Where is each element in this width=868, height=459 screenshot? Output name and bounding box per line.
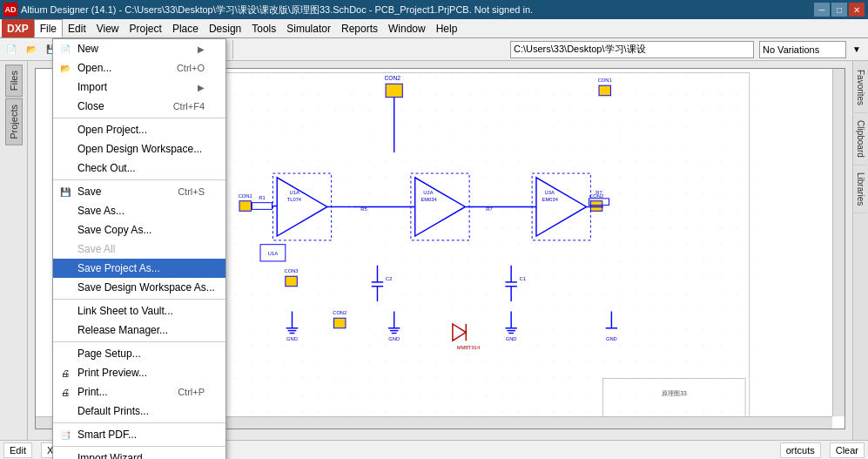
save-copy-icon <box>58 223 72 237</box>
svg-text:CON1: CON1 <box>239 193 252 199</box>
svg-text:GND: GND <box>388 336 400 341</box>
svg-text:GND: GND <box>286 336 298 341</box>
sep4 <box>53 341 225 342</box>
svg-rect-72 <box>599 85 610 96</box>
tb-open[interactable]: 📂 <box>22 40 41 59</box>
svg-rect-27 <box>334 318 346 328</box>
menu-place[interactable]: Place <box>167 19 204 37</box>
menu-view[interactable]: View <box>91 19 124 37</box>
clear-display: Clear <box>830 442 865 458</box>
menu-save-workspace-as[interactable]: Save Design Workspace As... <box>53 278 225 297</box>
svg-text:GND: GND <box>606 336 617 341</box>
menu-save-project-as[interactable]: Save Project As... <box>53 259 225 278</box>
menu-smart-pdf[interactable]: 📑 Smart PDF... <box>53 425 225 444</box>
menu-print-preview[interactable]: 🖨 Print Preview... <box>53 363 225 382</box>
svg-text:U1A: U1A <box>290 190 299 195</box>
save-icon: 💾 <box>58 185 72 199</box>
smart-pdf-icon: 📑 <box>58 428 72 442</box>
release-icon <box>58 323 72 337</box>
menu-default-prints[interactable]: Default Prints... <box>53 402 225 421</box>
print-preview-icon: 🖨 <box>58 366 72 380</box>
svg-text:U1A: U1A <box>268 251 278 256</box>
tb-new[interactable]: 📄 <box>2 40 21 59</box>
close-doc-icon <box>58 99 72 113</box>
menu-save-as[interactable]: Save As... <box>53 201 225 220</box>
save-as-icon <box>58 204 72 218</box>
menu-release-mgr[interactable]: Release Manager... <box>53 321 225 340</box>
menu-open-workspace[interactable]: Open Design Workspace... <box>53 139 225 159</box>
sidebar-tab-projects[interactable]: Projects <box>5 98 23 145</box>
svg-rect-23 <box>286 276 297 287</box>
file-dropdown-menu: 📄 New ▶ 📂 Open... Ctrl+O Import ▶ Close … <box>52 38 226 459</box>
tb-variations-btn[interactable]: ▼ <box>847 40 866 59</box>
menu-open[interactable]: 📂 Open... Ctrl+O <box>53 58 225 78</box>
menu-close[interactable]: Close Ctrl+F4 <box>53 97 225 116</box>
svg-rect-21 <box>239 201 251 212</box>
save-project-icon <box>58 261 72 275</box>
svg-text:CON3: CON3 <box>285 268 299 273</box>
new-icon: 📄 <box>58 42 72 56</box>
right-tab-clipboard[interactable]: Clipboard <box>854 113 867 165</box>
wizard-icon <box>58 451 72 459</box>
scroll-right[interactable] <box>832 69 844 416</box>
right-tab-libraries[interactable]: Libraries <box>854 165 867 213</box>
svg-rect-25 <box>590 201 602 212</box>
svg-text:R1: R1 <box>259 195 265 200</box>
ortcuts-display: ortcuts <box>780 442 821 458</box>
close-button[interactable]: ✕ <box>849 3 865 17</box>
sep2 <box>53 179 225 180</box>
svg-text:GND: GND <box>506 336 517 341</box>
menu-page-setup[interactable]: Page Setup... <box>53 344 225 363</box>
import-arrow-icon: ▶ <box>198 83 205 92</box>
menu-checkout[interactable]: Check Out... <box>53 159 225 178</box>
sep3 <box>53 299 225 300</box>
left-sidebar: Files Projects <box>0 61 28 440</box>
menu-import-wizard[interactable]: Import Wizard <box>53 449 225 459</box>
menu-tools[interactable]: Tools <box>246 19 281 37</box>
checkout-icon <box>58 161 72 175</box>
right-tab-favorites[interactable]: Favorites <box>854 63 867 113</box>
save-all-icon <box>58 242 72 256</box>
menu-project[interactable]: Project <box>124 19 167 37</box>
open-workspace-icon <box>58 142 72 156</box>
menu-window[interactable]: Window <box>383 19 431 37</box>
svg-text:EM034: EM034 <box>421 197 437 202</box>
app-icon: AD <box>3 3 17 17</box>
open-icon: 📂 <box>58 61 72 75</box>
path-display: C:\Users\33\Desktop\学习\课设 <box>510 41 754 58</box>
menu-design[interactable]: Design <box>204 19 246 37</box>
page-setup-icon <box>58 347 72 361</box>
menu-file[interactable]: File <box>34 19 63 37</box>
svg-text:CON2: CON2 <box>333 310 347 315</box>
menu-import[interactable]: Import ▶ <box>53 78 225 97</box>
maximize-button[interactable]: □ <box>831 3 847 17</box>
menu-simulator[interactable]: Simulator <box>281 19 336 37</box>
title-bar-title: Altium Designer (14.1) - C:\Users\33\Des… <box>21 3 814 17</box>
menu-bar: DXP File Edit View Project Place Design … <box>0 19 868 38</box>
arrow-icon: ▶ <box>198 44 205 54</box>
menu-save-copy-as[interactable]: Save Copy As... <box>53 220 225 240</box>
svg-text:CON1: CON1 <box>598 78 612 83</box>
sep6 <box>53 446 225 447</box>
menu-link-vault[interactable]: Link Sheet to Vault... <box>53 301 225 321</box>
open-project-icon <box>58 123 72 137</box>
menu-edit[interactable]: Edit <box>63 19 91 37</box>
svg-text:C1: C1 <box>520 276 526 281</box>
minimize-button[interactable]: ─ <box>814 3 830 17</box>
menu-save-all: Save All <box>53 240 225 259</box>
window-controls: ─ □ ✕ <box>814 3 865 17</box>
default-prints-icon <box>58 404 72 418</box>
title-bar: AD Altium Designer (14.1) - C:\Users\33\… <box>0 0 868 19</box>
svg-text:U3A: U3A <box>545 190 555 195</box>
menu-open-project[interactable]: Open Project... <box>53 120 225 139</box>
menu-save[interactable]: 💾 Save Ctrl+S <box>53 182 225 201</box>
menu-new[interactable]: 📄 New ▶ <box>53 39 225 58</box>
menu-dxp[interactable]: DXP <box>2 19 34 37</box>
sep1 <box>53 118 225 118</box>
menu-reports[interactable]: Reports <box>336 19 383 37</box>
menu-print[interactable]: 🖨 Print... Ctrl+P <box>53 382 225 402</box>
svg-rect-4 <box>386 84 402 97</box>
menu-help[interactable]: Help <box>431 19 463 37</box>
svg-text:CON2: CON2 <box>384 75 400 81</box>
sidebar-tab-files[interactable]: Files <box>5 64 23 97</box>
